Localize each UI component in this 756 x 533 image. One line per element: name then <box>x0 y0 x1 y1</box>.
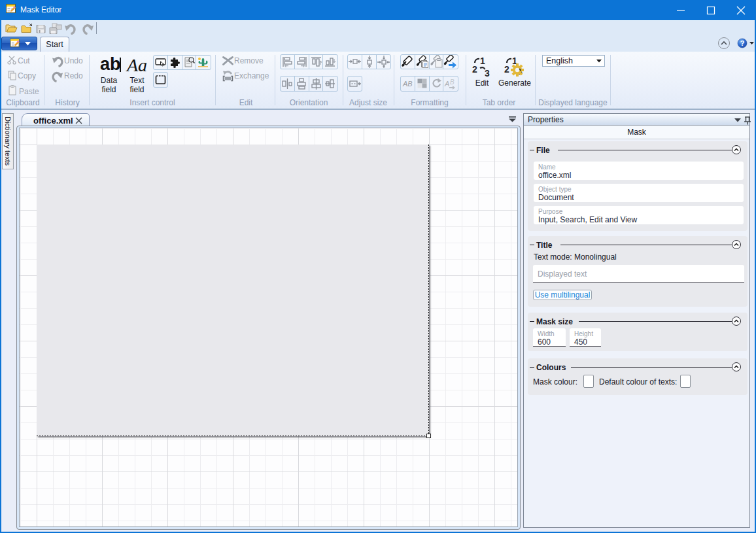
svg-text:AB: AB <box>402 80 413 88</box>
svg-text:B: B <box>450 78 455 86</box>
svg-text:A: A <box>444 80 449 88</box>
svg-text:?: ? <box>740 39 745 47</box>
svg-text:3: 3 <box>485 68 490 77</box>
svg-text:2: 2 <box>504 64 509 75</box>
svg-text:2: 2 <box>472 64 477 75</box>
svg-text:1: 1 <box>480 56 485 66</box>
